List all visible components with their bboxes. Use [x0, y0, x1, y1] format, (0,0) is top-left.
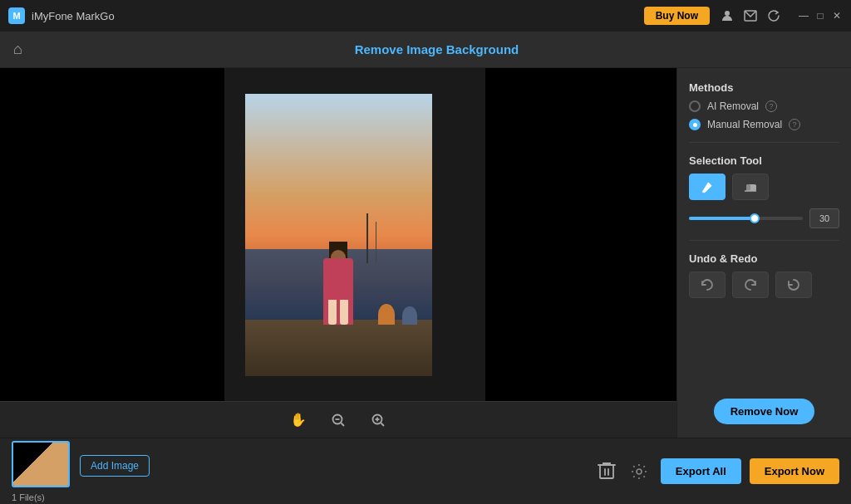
file-thumbnail[interactable]	[12, 441, 70, 487]
methods-title: Methods	[689, 81, 839, 94]
page-title: Remove Image Background	[36, 42, 838, 56]
window-controls: — □ ✕	[798, 10, 843, 22]
canvas-area: ✋	[0, 68, 676, 438]
svg-point-18	[637, 469, 642, 474]
zoom-in-button[interactable]	[366, 409, 390, 432]
home-button[interactable]: ⌂	[13, 41, 22, 58]
photo-mast1	[366, 213, 368, 263]
bottom-bar: 1 File(s) Add Image Export All Export No…	[0, 438, 851, 504]
svg-rect-13	[746, 184, 750, 191]
slider-value-box: 30	[809, 208, 839, 228]
methods-section: Methods AI Removal ? Manual Removal ?	[689, 81, 839, 130]
delete-button[interactable]	[598, 460, 616, 483]
svg-point-2	[725, 11, 730, 16]
header: ⌂ Remove Image Background	[0, 32, 851, 68]
reset-button[interactable]	[775, 272, 812, 298]
selection-tool-title: Selection Tool	[689, 154, 839, 167]
slider-thumb[interactable]	[750, 213, 760, 223]
bottom-actions: Export All Export Now	[626, 458, 839, 485]
canvas-left-bg	[0, 68, 224, 401]
bottom-left-area: 1 File(s)	[12, 441, 70, 502]
canvas-right-bg	[485, 68, 676, 401]
settings-button[interactable]	[626, 458, 652, 485]
svg-line-5	[342, 423, 345, 426]
panel-spacer	[689, 310, 839, 387]
main-area: ✋ Methods	[0, 68, 851, 438]
undo-redo-buttons	[689, 272, 839, 298]
photo-figure2	[378, 304, 395, 325]
slider-value: 30	[819, 213, 829, 223]
buy-now-button[interactable]: Buy Now	[644, 7, 710, 25]
file-count-label: 1 File(s)	[12, 492, 45, 502]
svg-line-8	[381, 423, 385, 426]
app-title: iMyFone MarkGo	[32, 10, 644, 22]
refresh-icon[interactable]	[766, 8, 781, 23]
divider-1	[689, 142, 839, 143]
person-legs	[328, 300, 348, 325]
photo-person	[317, 217, 359, 325]
photo-figure3	[402, 306, 417, 325]
methods-radio-group: AI Removal ? Manual Removal ?	[689, 100, 839, 130]
size-slider-row: 30	[689, 208, 839, 228]
maximize-button[interactable]: □	[814, 10, 826, 22]
zoom-out-button[interactable]	[327, 409, 350, 432]
titlebar-icons: — □ ✕	[720, 8, 843, 23]
photo-background	[245, 94, 432, 376]
undo-redo-section: Undo & Redo	[689, 252, 839, 298]
manual-removal-help-icon[interactable]: ?	[789, 119, 800, 130]
manual-removal-label: Manual Removal	[707, 119, 782, 130]
remove-now-button[interactable]: Remove Now	[714, 399, 815, 424]
manual-removal-radio[interactable]	[689, 119, 701, 130]
size-slider-track[interactable]	[689, 217, 803, 220]
tool-buttons	[689, 174, 839, 200]
selection-tool-section: Selection Tool	[689, 154, 839, 228]
minimize-button[interactable]: —	[798, 10, 809, 22]
thumbnail-image	[13, 443, 68, 486]
manual-removal-option[interactable]: Manual Removal ?	[689, 119, 839, 130]
image-canvas[interactable]	[245, 94, 432, 376]
export-all-button[interactable]: Export All	[661, 458, 741, 484]
add-image-button[interactable]: Add Image	[80, 455, 150, 477]
ai-removal-help-icon[interactable]: ?	[765, 100, 777, 112]
user-icon[interactable]	[720, 8, 735, 23]
ai-removal-option[interactable]: AI Removal ?	[689, 100, 839, 112]
mail-icon[interactable]	[743, 8, 758, 23]
canvas-viewport[interactable]	[0, 68, 676, 401]
photo-mast2	[376, 222, 376, 263]
redo-button[interactable]	[732, 272, 769, 298]
right-panel: Methods AI Removal ? Manual Removal ? Se…	[676, 68, 851, 438]
canvas-toolbar: ✋	[0, 401, 676, 438]
svg-rect-15	[600, 465, 613, 478]
app-logo-icon: M	[8, 7, 25, 24]
ai-removal-label: AI Removal	[707, 100, 759, 112]
slider-fill	[689, 217, 751, 220]
ai-removal-radio[interactable]	[689, 100, 701, 112]
undo-button[interactable]	[689, 272, 726, 298]
close-button[interactable]: ✕	[831, 10, 843, 22]
person-leg-right	[340, 300, 348, 325]
divider-2	[689, 240, 839, 241]
photo-dock	[245, 320, 432, 376]
person-leg-left	[328, 300, 337, 325]
brush-tool-button[interactable]	[689, 174, 726, 200]
pan-tool-button[interactable]: ✋	[287, 409, 310, 432]
export-now-button[interactable]: Export Now	[750, 458, 839, 484]
svg-text:M: M	[12, 11, 20, 21]
eraser-tool-button[interactable]	[732, 174, 769, 200]
undo-redo-title: Undo & Redo	[689, 252, 839, 265]
titlebar: M iMyFone MarkGo Buy Now — □ ✕	[0, 0, 851, 32]
